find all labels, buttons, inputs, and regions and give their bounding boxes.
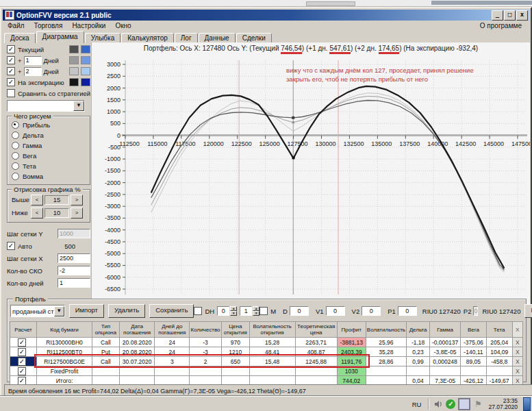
- field-input-0[interactable]: 1000: [58, 229, 90, 238]
- greek-field-V2[interactable]: 0: [362, 306, 381, 316]
- greek-field-V1[interactable]: 0: [326, 306, 345, 316]
- show-desktop-button[interactable]: [523, 397, 531, 411]
- table-row[interactable]: ✓RI127500BG0ECall30.07.20203265015,48124…: [10, 357, 523, 366]
- dh-spinner-2[interactable]: 1 ▲▼: [240, 306, 259, 316]
- tab-Сделки[interactable]: Сделки: [236, 33, 272, 43]
- column-header-9[interactable]: Профит: [337, 322, 366, 338]
- row-delete-button[interactable]: X: [512, 347, 522, 357]
- column-header-6[interactable]: Ценаоткрытия: [221, 322, 249, 338]
- row-checkbox[interactable]: ✓: [18, 358, 26, 366]
- compare-strategy-checkbox[interactable]: ✓: [7, 89, 15, 97]
- row-check-cell[interactable]: ✓: [10, 347, 37, 357]
- compare-strategy-row[interactable]: ✓ Сравнить со стратегией: [7, 88, 90, 99]
- draw-option-Вега[interactable]: Вега: [12, 151, 86, 161]
- draw-option-Тета[interactable]: Тета: [12, 161, 86, 171]
- dh-spinner-1[interactable]: 0 ▲▼: [217, 306, 237, 316]
- column-header-2[interactable]: Типопциона: [92, 322, 119, 338]
- menu-item-Окно[interactable]: Окно: [110, 22, 136, 29]
- row-delete-button[interactable]: X: [512, 366, 522, 376]
- curve-days-input-2[interactable]: 2: [24, 67, 42, 76]
- increment-button[interactable]: >: [71, 195, 83, 206]
- column-header-10[interactable]: Волатильность: [366, 322, 406, 338]
- column-header-4[interactable]: Дней допогашения: [155, 322, 190, 338]
- column-header-13[interactable]: Вега: [461, 322, 487, 338]
- language-indicator[interactable]: RU: [412, 401, 422, 408]
- field-input-4[interactable]: 1: [58, 278, 90, 288]
- import-button[interactable]: Импорт: [69, 304, 104, 318]
- network-icon[interactable]: [458, 398, 470, 410]
- draw-option-Прибыль[interactable]: Прибыль: [12, 120, 86, 130]
- table-row[interactable]: ✓FixedProfit1030X: [10, 366, 523, 376]
- minimize-button[interactable]: _: [492, 10, 503, 21]
- menu-item-Торговля[interactable]: Торговля: [29, 22, 68, 29]
- calc-margin-button[interactable]: Рассчитать ГО: [524, 304, 532, 318]
- chevron-down-icon[interactable]: ▼: [54, 306, 64, 316]
- row-check-cell[interactable]: ✓: [10, 338, 37, 347]
- radio-icon[interactable]: [12, 152, 19, 160]
- profit-chart[interactable]: 300025002000150010005000-500-1000-1500-2…: [92, 55, 530, 304]
- dh-checkbox[interactable]: ✓: [194, 307, 202, 315]
- flag-icon[interactable]: ⚑: [473, 399, 483, 409]
- curve-checkbox-2[interactable]: ✓: [7, 67, 15, 75]
- close-button[interactable]: x: [516, 10, 528, 21]
- table-row[interactable]: ✓RI112500BT0Put20.08.202024-3121048,4140…: [10, 347, 523, 357]
- column-header-0[interactable]: Расчет: [10, 322, 37, 338]
- chevron-down-icon[interactable]: ▼: [73, 101, 84, 111]
- radio-icon[interactable]: [12, 121, 19, 129]
- auto-checkbox[interactable]: ✓: [7, 242, 15, 250]
- p2-field[interactable]: 0: [473, 306, 478, 316]
- column-header-14[interactable]: Тета: [486, 322, 512, 338]
- radio-icon[interactable]: [12, 132, 19, 139]
- curve-days-input-1[interactable]: 1: [24, 56, 42, 65]
- greek-field-P1[interactable]: 0: [398, 306, 417, 316]
- tab-Калькулятор[interactable]: Калькулятор: [121, 33, 174, 43]
- delete-button[interactable]: Удалить: [108, 304, 145, 318]
- preset-dropdown[interactable]: проданный ст ▼: [10, 305, 65, 317]
- row-checkbox[interactable]: ✓: [18, 367, 26, 375]
- draw-option-Дельта[interactable]: Дельта: [12, 130, 86, 140]
- menu-item-about[interactable]: О программе: [475, 22, 527, 29]
- field-input-3[interactable]: -2: [58, 266, 90, 275]
- column-header-8[interactable]: Теоретическаяцена: [295, 322, 337, 338]
- tab-Доска[interactable]: Доска: [4, 33, 36, 43]
- menu-item-Файл[interactable]: Файл: [3, 22, 29, 29]
- draw-option-Вомма[interactable]: Вомма: [12, 171, 86, 182]
- row-check-cell[interactable]: ✓: [10, 366, 37, 376]
- positions-table[interactable]: РасчетКод бумагиТипопционаДатапогашенияД…: [10, 321, 523, 386]
- tab-Данные[interactable]: Данные: [199, 33, 236, 43]
- tab-Улыбка[interactable]: Улыбка: [85, 33, 121, 43]
- column-header-5[interactable]: Количество: [190, 322, 222, 338]
- strategy-dropdown[interactable]: ▼: [7, 100, 85, 112]
- row-delete-button[interactable]: X: [512, 338, 522, 347]
- row-delete-button[interactable]: X: [512, 357, 522, 366]
- draw-option-Гамма[interactable]: Гамма: [12, 140, 86, 151]
- row-checkbox[interactable]: ✓: [18, 338, 26, 347]
- curve-checkbox-0[interactable]: ✓: [7, 45, 15, 53]
- antivirus-check-icon[interactable]: ✓: [446, 399, 455, 409]
- table-row[interactable]: ✓RI130000BH0Call20.08.202024-397015,2822…: [10, 338, 523, 347]
- radio-icon[interactable]: [12, 173, 19, 180]
- dh-spinner-1-value[interactable]: 0: [217, 306, 229, 316]
- column-header-15[interactable]: X: [512, 322, 522, 338]
- spinner-arrows-icon[interactable]: ▲▼: [230, 306, 237, 316]
- column-header-3[interactable]: Датапогашения: [119, 322, 155, 338]
- curve-checkbox-3[interactable]: ✓: [7, 78, 15, 86]
- decrement-button[interactable]: <: [31, 195, 43, 206]
- curve-checkbox-1[interactable]: ✓: [7, 56, 15, 64]
- increment-button[interactable]: >: [71, 208, 83, 219]
- title-bar[interactable]: OptionFVV версия 2.1 public _ □ x: [3, 10, 529, 21]
- speaker-icon[interactable]: [433, 399, 443, 409]
- decrement-button[interactable]: <: [31, 208, 43, 219]
- radio-icon[interactable]: [12, 142, 19, 149]
- column-header-1[interactable]: Код бумаги: [37, 322, 92, 338]
- radio-icon[interactable]: [12, 162, 19, 170]
- row-checkbox[interactable]: ✓: [18, 348, 26, 356]
- menu-item-Настройки[interactable]: Настройки: [67, 22, 110, 29]
- greek-field-D[interactable]: 0: [290, 306, 309, 316]
- field-input-2[interactable]: 2500: [58, 253, 90, 263]
- m-checkbox[interactable]: ✓: [259, 307, 268, 315]
- save-button[interactable]: Сохранить: [149, 304, 194, 318]
- spinner-arrows-icon[interactable]: ▲▼: [253, 306, 259, 316]
- tab-Лог[interactable]: Лог: [175, 33, 198, 43]
- column-header-11[interactable]: Дельта: [407, 322, 430, 338]
